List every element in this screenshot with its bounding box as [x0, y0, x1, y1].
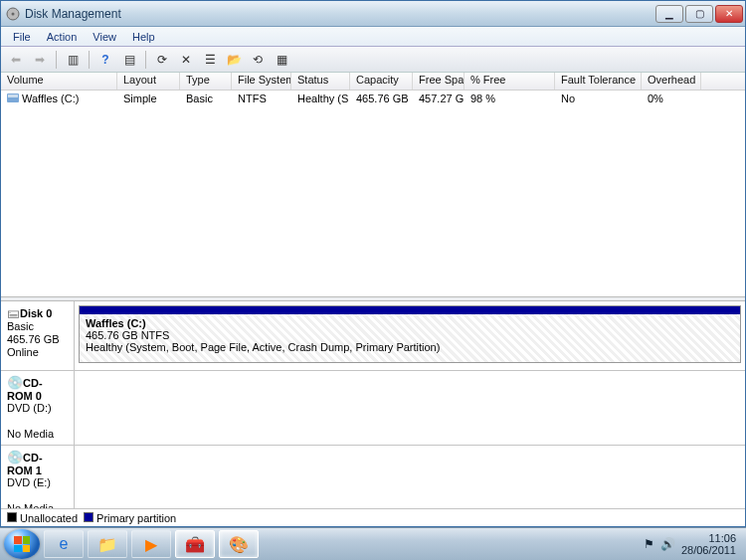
partition[interactable]: Waffles (C:) 465.76 GB NTFS Healthy (Sys…: [79, 305, 741, 363]
help-icon[interactable]: ?: [94, 49, 116, 71]
cd-icon: 💿: [7, 375, 23, 390]
disk-header: 💿CD-ROM 1 DVD (E:) No Media: [1, 446, 75, 508]
taskbar-app1[interactable]: 🧰: [175, 530, 215, 558]
back-button[interactable]: ⬅: [5, 49, 27, 71]
cell-status: Healthy (S...: [291, 93, 350, 104]
cell-type: Basic: [180, 93, 232, 104]
menu-file[interactable]: File: [5, 29, 39, 45]
cell-fs: NTFS: [232, 93, 291, 104]
partition-color-bar: [80, 306, 740, 314]
col-volume[interactable]: Volume: [1, 73, 117, 90]
hard-disk-icon: 🖴: [7, 305, 20, 320]
menu-action[interactable]: Action: [39, 29, 86, 45]
taskbar-media[interactable]: ▶: [131, 530, 171, 558]
disk-management-window: Disk Management ▁ ▢ ✕ File Action View H…: [0, 0, 746, 527]
cell-overhead: 0%: [642, 93, 701, 104]
graphical-view: 🖴Disk 0 Basic 465.76 GB Online Waffles (…: [1, 301, 745, 508]
volume-list-header: Volume Layout Type File System Status Ca…: [1, 73, 745, 91]
clock-time: 11:06: [681, 532, 736, 544]
col-pctfree[interactable]: % Free: [465, 73, 555, 90]
disk-header: 💿CD-ROM 0 DVD (D:) No Media: [1, 371, 75, 445]
forward-button[interactable]: ➡: [29, 49, 51, 71]
cell-volume: Waffles (C:): [1, 93, 117, 104]
cell-layout: Simple: [117, 93, 180, 104]
svg-point-1: [12, 12, 15, 15]
start-button[interactable]: [4, 529, 40, 559]
col-type[interactable]: Type: [180, 73, 232, 90]
menu-view[interactable]: View: [85, 29, 124, 45]
taskbar-explorer[interactable]: 📁: [88, 530, 127, 558]
cell-capacity: 465.76 GB: [350, 93, 413, 104]
disk-header: 🖴Disk 0 Basic 465.76 GB Online: [1, 301, 75, 370]
maximize-button[interactable]: ▢: [685, 5, 713, 23]
window-title: Disk Management: [25, 7, 653, 21]
menu-help[interactable]: Help: [124, 29, 163, 45]
swatch-unallocated-icon: [7, 512, 17, 522]
col-filesystem[interactable]: File System: [232, 73, 291, 90]
partition-info: 465.76 GB NTFS: [86, 329, 734, 341]
tray-volume-icon[interactable]: 🔊: [660, 537, 675, 551]
partition-name: Waffles (C:): [86, 317, 734, 329]
col-status[interactable]: Status: [291, 73, 350, 90]
tray-flag-icon[interactable]: ⚑: [644, 537, 654, 551]
legend: Unallocated Primary partition: [1, 508, 745, 526]
refresh-icon[interactable]: ⟳: [151, 49, 173, 71]
col-fault[interactable]: Fault Tolerance: [555, 73, 642, 90]
disk-row[interactable]: 💿CD-ROM 0 DVD (D:) No Media: [1, 371, 745, 446]
app-icon: [5, 6, 21, 22]
col-capacity[interactable]: Capacity: [350, 73, 413, 90]
cell-fault: No: [555, 93, 642, 104]
properties2-icon[interactable]: ☰: [199, 49, 221, 71]
cd-icon: 💿: [7, 450, 23, 465]
toolbar: ⬅ ➡ ▥ ? ▤ ⟳ ✕ ☰ 📂 ⟲ ▦: [1, 47, 745, 73]
swatch-primary-icon: [84, 512, 93, 522]
legend-primary: Primary partition: [84, 512, 176, 524]
partition-status: Healthy (System, Boot, Page File, Active…: [86, 341, 734, 353]
cell-pct: 98 %: [465, 93, 555, 104]
legend-unallocated: Unallocated: [7, 512, 78, 524]
taskbar: e 📁 ▶ 🧰 🎨 ⚑ 🔊 11:06 28/06/2011: [0, 527, 746, 560]
volume-row[interactable]: Waffles (C:) Simple Basic NTFS Healthy (…: [1, 91, 745, 106]
list-icon[interactable]: ▦: [271, 49, 292, 71]
col-layout[interactable]: Layout: [117, 73, 180, 90]
drive-icon: [7, 93, 19, 102]
rescan-icon[interactable]: ⟲: [247, 49, 269, 71]
disk-row[interactable]: 💿CD-ROM 1 DVD (E:) No Media: [1, 446, 745, 508]
taskbar-ie[interactable]: e: [44, 530, 84, 558]
title-bar[interactable]: Disk Management ▁ ▢ ✕: [1, 1, 745, 27]
col-overhead[interactable]: Overhead: [642, 73, 701, 90]
col-free[interactable]: Free Spa...: [413, 73, 465, 90]
properties-icon[interactable]: ▤: [118, 49, 140, 71]
system-tray: ⚑ 🔊 11:06 28/06/2011: [644, 532, 742, 556]
taskbar-paint[interactable]: 🎨: [219, 530, 259, 558]
delete-icon[interactable]: ✕: [175, 49, 197, 71]
show-hide-tree-button[interactable]: ▥: [62, 49, 84, 71]
clock[interactable]: 11:06 28/06/2011: [681, 532, 736, 556]
minimize-button[interactable]: ▁: [655, 5, 683, 23]
open-icon[interactable]: 📂: [223, 49, 245, 71]
menu-bar: File Action View Help: [1, 27, 745, 47]
close-button[interactable]: ✕: [715, 5, 743, 23]
cell-free: 457.27 GB: [413, 93, 465, 104]
clock-date: 28/06/2011: [681, 544, 736, 556]
disk-row[interactable]: 🖴Disk 0 Basic 465.76 GB Online Waffles (…: [1, 301, 745, 371]
volume-list: Volume Layout Type File System Status Ca…: [1, 73, 745, 296]
windows-logo-icon: [14, 536, 30, 552]
